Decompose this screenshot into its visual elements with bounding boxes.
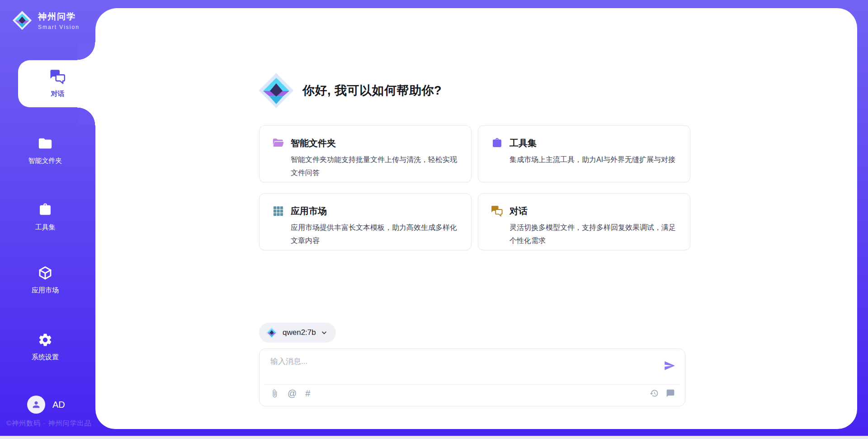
composer-divider [264, 384, 680, 385]
chat-bubble-icon[interactable] [666, 389, 675, 398]
model-name: qwen2:7b [283, 328, 316, 337]
folder-open-icon [272, 137, 284, 149]
user-name: AD [52, 400, 65, 410]
history-icon[interactable] [650, 389, 659, 398]
card-title: 对话 [509, 205, 528, 217]
folder-icon [38, 136, 53, 151]
gear-icon [38, 332, 53, 348]
sidebar-item-label: 对话 [18, 90, 97, 98]
model-gem-icon [265, 326, 278, 339]
brand-name: 神州问学 [38, 11, 80, 23]
sidebar-item-app-market[interactable]: 应用市场 [0, 265, 90, 295]
card-title: 工具集 [509, 137, 537, 149]
app-logo: 神州问学 Smart Vision [12, 10, 80, 31]
content-panel: 你好, 我可以如何帮助你? 智能文件夹 智能文件夹功能支持批量文件上传与清洗，轻… [95, 8, 857, 429]
chat-bubbles-icon [50, 69, 66, 85]
greeting-block: 你好, 我可以如何帮助你? [257, 72, 442, 110]
card-title: 应用市场 [291, 205, 327, 217]
card-description: 智能文件夹功能支持批量文件上传与清洗，轻松实现文件问答 [291, 153, 460, 180]
attachment-icon[interactable] [270, 389, 279, 398]
brand-gem-icon [12, 10, 33, 31]
greeting-title: 你好, 我可以如何帮助你? [302, 82, 442, 99]
user-account[interactable]: AD [27, 396, 65, 414]
grid-icon [272, 205, 284, 217]
card-chat[interactable]: 对话 灵活切换多模型文件，支持多样回复效果调试，满足个性化需求 [478, 193, 690, 250]
sidebar-item-chat[interactable]: 对话 [18, 60, 97, 107]
tab-top-fillet [77, 42, 95, 60]
send-icon [664, 360, 675, 372]
model-selector[interactable]: qwen2:7b [259, 323, 336, 343]
mention-icon[interactable]: @ [288, 389, 297, 398]
toolbox-icon [38, 202, 53, 218]
bottom-scrollbar-track[interactable] [0, 436, 868, 439]
chat-bubbles-icon [491, 205, 503, 217]
toolbox-icon [491, 137, 503, 149]
message-composer: @ # [259, 348, 685, 406]
sidebar-item-settings[interactable]: 系统设置 [0, 332, 90, 362]
card-smart-folder[interactable]: 智能文件夹 智能文件夹功能支持批量文件上传与清洗，轻松实现文件问答 [259, 125, 472, 182]
brand-subtitle: Smart Vision [38, 24, 80, 30]
chevron-down-icon [321, 329, 328, 336]
sidebar-item-label: 应用市场 [0, 286, 90, 295]
sidebar-item-label: 系统设置 [0, 353, 90, 362]
send-button[interactable] [663, 360, 676, 372]
sidebar-item-smart-folder[interactable]: 智能文件夹 [0, 136, 90, 165]
message-input[interactable] [270, 356, 650, 380]
sidebar-item-label: 工具集 [0, 223, 90, 232]
tab-bottom-fillet [77, 107, 95, 125]
card-title: 智能文件夹 [291, 137, 336, 149]
cube-icon [38, 265, 53, 281]
brand-gem-icon [257, 72, 295, 110]
copyright-footer: ©神州数码 · 神州问学出品 [6, 419, 91, 428]
avatar[interactable] [27, 396, 45, 414]
card-toolset[interactable]: 工具集 集成市场上主流工具，助力AI与外界无缝扩展与对接 [478, 125, 690, 182]
sidebar-item-toolset[interactable]: 工具集 [0, 202, 90, 232]
person-icon [31, 400, 41, 410]
hashtag-icon[interactable]: # [305, 389, 310, 398]
feature-cards: 智能文件夹 智能文件夹功能支持批量文件上传与清洗，轻松实现文件问答 工具集 集成… [259, 125, 690, 250]
card-description: 集成市场上主流工具，助力AI与外界无缝扩展与对接 [509, 153, 679, 167]
card-app-market[interactable]: 应用市场 应用市场提供丰富长文本模板，助力高效生成多样化文章内容 [259, 193, 472, 250]
card-description: 应用市场提供丰富长文本模板，助力高效生成多样化文章内容 [291, 221, 460, 248]
sidebar-item-label: 智能文件夹 [0, 157, 90, 165]
card-description: 灵活切换多模型文件，支持多样回复效果调试，满足个性化需求 [509, 221, 679, 248]
